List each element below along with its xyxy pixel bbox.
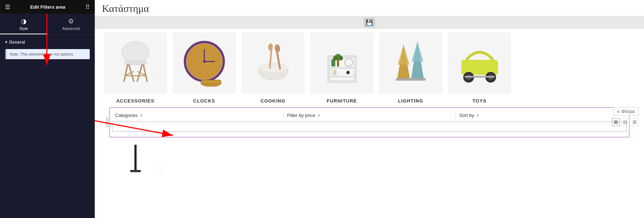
- svg-point-39: [333, 56, 337, 61]
- svg-rect-34: [331, 69, 334, 75]
- svg-point-28: [268, 43, 273, 51]
- grid-small-option[interactable]: ⊞: [631, 118, 639, 126]
- svg-rect-51: [465, 76, 495, 78]
- category-image-clocks: [173, 32, 236, 94]
- category-label-accessories: ACCESSORIES: [116, 98, 155, 104]
- grid-medium-option[interactable]: ⊟: [621, 118, 629, 126]
- svg-line-5: [124, 65, 128, 81]
- svg-marker-44: [411, 42, 423, 61]
- category-image-toys: [448, 32, 511, 94]
- sort-dropdown[interactable]: Sort by ∨: [459, 113, 624, 118]
- sidebar-header: ☰ Edit Filters area ⠿: [0, 0, 95, 14]
- filters-container: ‹ Categories ∨ Filter by price ∨ Sort by…: [109, 107, 630, 138]
- furniture-icon: [319, 40, 365, 87]
- filters-wrapper: ‹ Categories ∨ Filter by price ∨ Sort by…: [102, 107, 637, 138]
- tab-advanced[interactable]: ⚙ Advanced: [48, 14, 95, 34]
- price-label: Filter by price: [287, 113, 315, 118]
- categories-label: Categories: [115, 113, 138, 118]
- svg-marker-42: [397, 45, 409, 65]
- category-label-cooking: COOKING: [261, 98, 285, 104]
- gear-icon: ⚙: [68, 17, 74, 25]
- svg-rect-52: [134, 145, 137, 172]
- filters-inner-box: [112, 122, 627, 132]
- filter-divider-1: [283, 112, 284, 119]
- tab-advanced-label: Advanced: [62, 26, 80, 31]
- toolbar-bar: 💾: [95, 16, 644, 29]
- svg-rect-30: [328, 67, 355, 69]
- tab-style[interactable]: ◑ Style: [0, 14, 48, 34]
- svg-rect-4: [125, 61, 146, 65]
- product-stool-icon: [126, 143, 145, 177]
- tab-style-label: Style: [19, 26, 28, 31]
- save-button[interactable]: 💾: [364, 18, 375, 27]
- sidebar-body: ▾ General Note: This element have not op…: [0, 35, 95, 218]
- category-item-clocks[interactable]: CLOCKS: [171, 32, 237, 104]
- category-item-cooking[interactable]: COOKING: [240, 32, 306, 104]
- lighting-icon: [391, 38, 431, 88]
- svg-rect-45: [396, 78, 426, 80]
- clock-icon: [181, 40, 228, 87]
- arrow-down-icon: ▾: [5, 40, 7, 45]
- price-dropdown[interactable]: Filter by price ∨: [287, 113, 452, 118]
- svg-point-33: [345, 58, 352, 66]
- svg-point-3: [122, 42, 149, 63]
- sort-label: Sort by: [459, 113, 474, 118]
- sidebar-title: Edit Filters area: [10, 4, 85, 10]
- product-thumb-1: ♡: [102, 141, 169, 177]
- price-chevron-icon: ∨: [317, 113, 320, 118]
- svg-rect-53: [130, 170, 141, 172]
- grid-large-option[interactable]: ⊞: [612, 118, 620, 126]
- category-label-toys: TOYS: [472, 98, 487, 104]
- page-title-bar: Κατάστημα: [95, 0, 644, 16]
- svg-line-6: [143, 65, 147, 81]
- category-item-furniture[interactable]: FURNITURE: [308, 32, 375, 104]
- svg-point-36: [346, 71, 350, 74]
- svg-point-24: [258, 64, 288, 72]
- categories-chevron-icon: ∨: [140, 113, 143, 118]
- category-item-lighting[interactable]: LIGHTING: [377, 32, 444, 104]
- category-image-accessories: [104, 32, 167, 94]
- category-item-toys[interactable]: TOYS: [446, 32, 513, 104]
- svg-rect-22: [201, 80, 221, 84]
- general-section-title: ▾ General: [5, 40, 90, 45]
- sort-chevron-icon: ∨: [476, 113, 479, 118]
- category-grid: ACCESSORIES: [95, 29, 644, 107]
- sidebar-tabs: ◑ Style ⚙ Advanced: [0, 14, 95, 35]
- toys-icon: [454, 40, 505, 87]
- filters-row: Categories ∨ Filter by price ∨ Sort by ∨: [110, 112, 629, 119]
- filters-icon: ≡: [617, 109, 619, 114]
- style-icon: ◑: [21, 17, 27, 25]
- sidebar: ☰ Edit Filters area ⠿ ◑ Style ⚙ Advanced…: [0, 0, 95, 218]
- categories-dropdown[interactable]: Categories ∨: [115, 113, 280, 118]
- product-preview-row: ♡: [95, 138, 644, 177]
- grid-options: ⊞ ⊟ ⊞: [612, 118, 639, 126]
- no-options-note: Note: This element have not options: [5, 49, 90, 59]
- chair-icon: [114, 40, 157, 87]
- filter-divider-2: [455, 112, 456, 119]
- page-title: Κατάστημα: [102, 3, 637, 14]
- svg-rect-35: [334, 70, 336, 75]
- cooking-icon: [253, 42, 293, 85]
- filters-right-panel: ≡ Φίλτρα ⊞ ⊟ ⊞: [612, 107, 639, 126]
- category-item-accessories[interactable]: ACCESSORIES: [102, 32, 169, 104]
- apps-icon[interactable]: ⠿: [85, 4, 90, 10]
- svg-point-26: [274, 44, 280, 53]
- category-image-cooking: [241, 32, 305, 94]
- category-label-furniture: FURNITURE: [327, 98, 357, 104]
- wishlist-heart-icon[interactable]: ♡: [157, 166, 163, 174]
- collapse-arrow[interactable]: ‹: [106, 117, 111, 127]
- category-label-lighting: LIGHTING: [398, 98, 423, 104]
- svg-point-40: [338, 56, 343, 61]
- hamburger-icon[interactable]: ☰: [5, 4, 10, 10]
- filters-button[interactable]: ≡ Φίλτρα: [613, 107, 639, 116]
- product-image-1: ♡: [102, 141, 169, 177]
- svg-point-20: [203, 60, 205, 63]
- svg-rect-31: [328, 76, 355, 78]
- category-image-lighting: [379, 32, 442, 94]
- main-content: Κατάστημα 💾: [95, 0, 644, 218]
- category-label-clocks: CLOCKS: [193, 98, 215, 104]
- category-image-furniture: [310, 32, 373, 94]
